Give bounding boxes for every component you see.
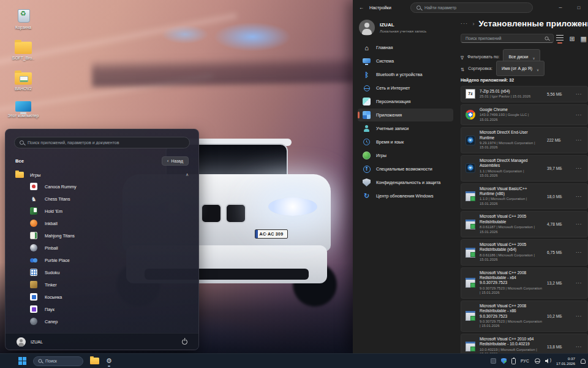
- sidebar-item-apps[interactable]: Приложения: [358, 109, 453, 121]
- start-menu-game-game-tinker[interactable]: Tinker: [6, 278, 198, 291]
- app-more-options-icon[interactable]: [575, 166, 583, 171]
- start-menu-game-game-pinball[interactable]: Pinball: [6, 242, 198, 254]
- window-title: Настройки: [369, 5, 391, 10]
- volume-icon[interactable]: [545, 358, 551, 364]
- start-menu-game-game-solitaire[interactable]: Косынка: [6, 291, 198, 303]
- game-label: Tinker: [45, 282, 57, 288]
- settings-main: Установленные приложения: [457, 15, 588, 353]
- license-plate: AC·AC 309: [255, 229, 288, 239]
- sidebar-item-home[interactable]: Главная: [358, 41, 453, 54]
- maximize-button[interactable]: [570, 0, 588, 15]
- sidebar-nav: Главная Система Bluetooth и устройства: [358, 41, 453, 202]
- start-search-input[interactable]: [28, 140, 184, 145]
- vcredist-icon: [466, 311, 475, 321]
- taskbar-search-box[interactable]: [33, 356, 83, 366]
- start-menu-game-game-sudoku[interactable]: Sudoku: [6, 266, 198, 278]
- list-view-icon[interactable]: [556, 35, 564, 41]
- start-menu-game-game-mahjong[interactable]: Mahjong Titans: [6, 229, 198, 242]
- app-name: Microsoft DirectX Managed Assemblies: [480, 158, 543, 169]
- sidebar-item-network[interactable]: Сеть и Интернет: [358, 82, 453, 94]
- app-more-options-icon[interactable]: [575, 313, 583, 319]
- grid-view-icon[interactable]: [569, 33, 575, 44]
- start-menu-game-game-inkball[interactable]: Inkball: [6, 217, 198, 229]
- sidebar-item-windows-update[interactable]: Центр обновления Windows: [358, 190, 453, 202]
- start-menu-game-game-card-red[interactable]: Canoca Rummy: [6, 180, 198, 193]
- desktop-icon-recycle-bin[interactable]: Корзина: [4, 6, 43, 31]
- file-explorer-icon[interactable]: [90, 358, 99, 364]
- app-row-directx[interactable]: Microsoft DirectX Managed Assemblies 1.1…: [461, 155, 588, 182]
- directx-icon: [466, 163, 475, 173]
- notification-bell-icon[interactable]: [580, 358, 585, 364]
- app-more-options-icon[interactable]: [575, 194, 583, 199]
- app-more-options-icon[interactable]: [575, 344, 583, 350]
- clock[interactable]: 0:37 17.01.2026: [556, 356, 575, 366]
- user-name[interactable]: IZUAL: [31, 340, 43, 344]
- filter-icon: [461, 51, 464, 62]
- sidebar-item-personalization[interactable]: Персонализация: [358, 95, 453, 108]
- titlebar: Настройки: [353, 0, 588, 15]
- sidebar-item-bluetooth[interactable]: Bluetooth и устройства: [358, 68, 453, 81]
- sidebar-item-privacy[interactable]: Конфиденциальность и защита: [358, 176, 453, 189]
- sidebar-item-system[interactable]: Система: [358, 55, 453, 67]
- sort-dropdown[interactable]: Имя (от А до Я): [496, 61, 545, 76]
- power-icon[interactable]: [182, 339, 187, 345]
- sidebar-item-time-language[interactable]: Время и язык: [358, 136, 453, 148]
- tray-app-icon[interactable]: [491, 358, 496, 364]
- app-search-input[interactable]: [466, 36, 542, 40]
- chevron-up-icon[interactable]: [186, 172, 189, 177]
- start-menu-game-game-chess[interactable]: Chess Titans: [6, 193, 198, 205]
- accessibility-icon: [363, 165, 371, 173]
- desktop-icon-folder-media[interactable]: BAHOV2: [4, 69, 43, 92]
- app-size: 13,8 МБ: [547, 345, 570, 349]
- game-purble-icon: [30, 256, 37, 264]
- app-more-options-icon[interactable]: [575, 112, 583, 118]
- app-row-chrome[interactable]: Google Chrome 143.0.7499.193 | Google LL…: [461, 104, 588, 125]
- sidebar-item-gaming[interactable]: Игры: [358, 149, 453, 162]
- settings-search-box[interactable]: [410, 2, 533, 13]
- app-row-vcredist[interactable]: Microsoft Visual C++ 2005 Redistributabl…: [461, 239, 588, 266]
- app-more-options-icon[interactable]: [575, 91, 583, 97]
- start-search-box[interactable]: [14, 137, 190, 148]
- app-name: Microsoft Visual C++ 2005 Redistributabl…: [480, 242, 543, 253]
- table-view-icon[interactable]: [581, 33, 587, 44]
- more-options-icon[interactable]: [461, 21, 469, 26]
- start-menu-game-game-spider[interactable]: Паук: [6, 303, 198, 315]
- app-search-box[interactable]: [461, 34, 554, 43]
- safely-remove-icon[interactable]: [511, 358, 516, 364]
- app-row-vcredist[interactable]: Microsoft Visual C++ 2010 x64 Redistribu…: [461, 334, 588, 353]
- app-row-vcredist[interactable]: Microsoft Visual C++ 2008 Redistributabl…: [461, 301, 588, 332]
- user-avatar[interactable]: [17, 337, 26, 347]
- windows-start-icon[interactable]: [18, 357, 26, 365]
- start-menu-game-game-purble[interactable]: Purble Place: [6, 254, 198, 266]
- app-row-vcredist[interactable]: Microsoft Visual Basic/C++ Runtime (x86)…: [461, 183, 588, 210]
- bluetooth-icon: [363, 71, 371, 79]
- defender-shield-icon[interactable]: [501, 358, 507, 364]
- app-more-options-icon[interactable]: [575, 280, 583, 286]
- desktop-icon-folder[interactable]: SOFT_Bro..: [4, 39, 43, 61]
- app-more-options-icon[interactable]: [575, 137, 583, 143]
- settings-gear-icon[interactable]: [106, 358, 112, 364]
- start-menu-game-game-minesweeper[interactable]: Сапер: [6, 315, 198, 328]
- app-row-directx[interactable]: Microsoft DirectX End-User Runtime 9.29.…: [461, 127, 588, 153]
- back-button[interactable]: Назад: [162, 156, 189, 166]
- app-row-vcredist[interactable]: Microsoft Visual C++ 2005 Redistributabl…: [461, 211, 588, 237]
- account-block[interactable]: IZUAL Локальная учетная запись: [358, 17, 453, 41]
- app-more-options-icon[interactable]: [575, 221, 583, 227]
- taskbar-search-input[interactable]: [45, 359, 78, 363]
- app-row-vcredist[interactable]: Microsoft Visual C++ 2008 Redistributabl…: [461, 267, 588, 299]
- personalization-icon: [363, 98, 371, 105]
- vcredist-icon: [466, 248, 475, 258]
- language-indicator[interactable]: РУС: [521, 359, 529, 363]
- app-more-options-icon[interactable]: [575, 250, 583, 255]
- sidebar-item-accounts[interactable]: Учетные записи: [358, 122, 453, 135]
- settings-search-input[interactable]: [424, 6, 527, 10]
- minimize-button[interactable]: [551, 0, 570, 15]
- app-row-7zip[interactable]: 7-Zip 25.01 (x64) 25.01 | Igor Pavlov | …: [461, 86, 588, 102]
- start-menu-game-game-holdem[interactable]: Hold 'Em: [6, 205, 198, 217]
- desktop-icon-this-pc[interactable]: Этот компьютер: [4, 99, 43, 119]
- sidebar-item-accessibility[interactable]: Специальные возможности: [358, 163, 453, 175]
- game-label: Паук: [45, 307, 55, 312]
- back-arrow-icon[interactable]: [358, 5, 365, 10]
- games-folder-row[interactable]: Игры: [6, 168, 198, 180]
- network-globe-icon[interactable]: [534, 358, 540, 364]
